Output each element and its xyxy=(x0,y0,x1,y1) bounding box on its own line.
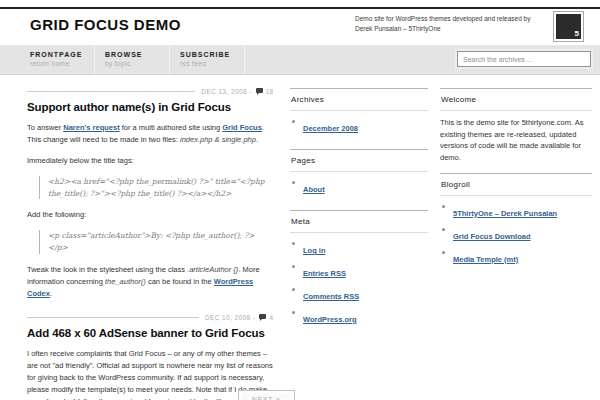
text-run: <h2><a href="<?php the_permalink() ?>" t… xyxy=(48,177,265,198)
sidebar-right: Welcome This is the demo site for 5thirt… xyxy=(440,88,592,280)
nav-item-label: SUBSCRIBE xyxy=(180,51,244,58)
sidebar-link[interactable]: 5ThirtyOne – Derek Punsalan xyxy=(453,209,557,218)
nav-item-sublabel: by topic xyxy=(105,60,169,67)
widget-heading: Blogroll xyxy=(440,173,592,196)
post-date: DEC 13, 2008 - xyxy=(201,88,251,95)
widget-list-item: 5ThirtyOne – Derek Punsalan xyxy=(440,202,592,220)
post-meta: DEC 10, 2008 - 4 xyxy=(27,314,273,321)
logo-square-icon: 5 xyxy=(556,14,581,39)
widget-list-item: About xyxy=(290,178,428,196)
top-border-rule xyxy=(0,7,600,9)
next-page-button[interactable]: NEXT » xyxy=(238,390,295,400)
widget-link-list: December 2008 xyxy=(290,111,428,142)
widget-heading: Meta xyxy=(290,210,428,233)
comment-bubble-icon[interactable] xyxy=(256,88,263,93)
text-run: Tweak the look in the stylesheet using t… xyxy=(27,265,187,274)
text-run: Immediately below the title tags: xyxy=(27,156,134,165)
text-run: . xyxy=(50,289,52,298)
nav-item-label: FRONTPAGE xyxy=(30,51,94,58)
nav-item-sublabel: return home xyxy=(30,60,94,67)
widget-text: This is the demo site for 5thirtyone.com… xyxy=(440,117,592,164)
site-description: Demo site for WordPress themes developed… xyxy=(355,14,547,34)
widget-list-item: Entries RSS xyxy=(290,262,428,280)
sidebar-link[interactable]: WordPress.org xyxy=(303,315,357,324)
widget-body: 5ThirtyOne – Derek PunsalanGrid Focus Do… xyxy=(440,196,592,273)
code-block: <h2><a href="<?php the_permalink() ?>" t… xyxy=(39,176,273,199)
site-logo[interactable]: 5 xyxy=(553,11,584,42)
sidebar-link[interactable]: Log in xyxy=(303,246,326,255)
sidebar-link[interactable]: Grid Focus Download xyxy=(453,232,531,241)
meta-rule xyxy=(27,91,195,92)
comment-count[interactable]: 4 xyxy=(269,314,273,321)
site-title[interactable]: GRID FOCUS DEMO xyxy=(30,16,181,33)
text-run: <p class="articleAuthor">By: <?php the_a… xyxy=(48,231,255,252)
post-body: I often receive complaints that Grid Foc… xyxy=(27,348,273,400)
post-title[interactable]: Support author name(s) in Grid Focus xyxy=(27,101,273,113)
sidebar-link[interactable]: December 2008 xyxy=(303,124,358,133)
inline-link[interactable]: Naren's request xyxy=(63,123,119,132)
search-input[interactable] xyxy=(457,51,591,67)
sidebar-link[interactable]: Media Temple (mt) xyxy=(453,255,518,264)
widget-heading: Welcome xyxy=(440,88,592,111)
widget-list-item: Comments RSS xyxy=(290,285,428,303)
sidebar-link[interactable]: Entries RSS xyxy=(303,269,346,278)
widget-link-list: 5ThirtyOne – Derek PunsalanGrid Focus Do… xyxy=(440,196,592,273)
post-title[interactable]: Add 468 x 60 AdSense banner to Grid Focu… xyxy=(27,327,273,339)
widget-list-item: Log in xyxy=(290,239,428,257)
post-body: To answer Naren's request for a multi au… xyxy=(27,122,273,300)
page: GRID FOCUS DEMO Demo site for WordPress … xyxy=(0,0,600,400)
nav-item-label: BROWSE xyxy=(105,51,169,58)
widget-body: Log inEntries RSSComments RSSWordPress.o… xyxy=(290,233,428,333)
widget-list-item: Media Temple (mt) xyxy=(440,248,592,266)
nav-item-sublabel: rss feed xyxy=(180,60,244,67)
text-run: . xyxy=(256,135,258,144)
paragraph: To answer Naren's request for a multi au… xyxy=(27,122,273,146)
inline-link[interactable]: Grid Focus xyxy=(222,123,262,132)
text-run: To answer xyxy=(27,123,63,132)
post: DEC 10, 2008 - 4 Add 468 x 60 AdSense ba… xyxy=(27,314,273,400)
emphasis-text: index.php & single.php xyxy=(180,135,256,144)
sidebar-widget: Archives December 2008 xyxy=(290,88,428,142)
sidebar-widget: Pages About xyxy=(290,149,428,203)
logo-number: 5 xyxy=(575,29,579,38)
emphasis-text: .articleAuthor {} xyxy=(187,265,238,274)
text-run: I often receive complaints that Grid Foc… xyxy=(27,349,273,400)
widget-body: About xyxy=(290,172,428,203)
widget-body: December 2008 xyxy=(290,111,428,142)
sidebar-link[interactable]: Comments RSS xyxy=(303,292,359,301)
meta-rule xyxy=(27,317,199,318)
nav-item[interactable]: BROWSE by topic xyxy=(95,45,170,74)
nav-item[interactable]: FRONTPAGE return home xyxy=(20,45,95,74)
paragraph: Add the following: xyxy=(27,209,273,221)
main-nav: FRONTPAGE return home BROWSE by topic SU… xyxy=(0,45,600,75)
sidebar-widget: Blogroll 5ThirtyOne – Derek PunsalanGrid… xyxy=(440,173,592,273)
widget-link-list: Log inEntries RSSComments RSSWordPress.o… xyxy=(290,233,428,333)
widget-list-item: December 2008 xyxy=(290,117,428,135)
code-block: <p class="articleAuthor">By: <?php the_a… xyxy=(39,230,273,253)
comment-count[interactable]: 18 xyxy=(266,88,273,95)
widget-heading: Pages xyxy=(290,149,428,172)
posts-column: DEC 13, 2008 - 18 Support author name(s)… xyxy=(27,88,273,400)
text-run: can be found in the xyxy=(146,277,214,286)
post: DEC 13, 2008 - 18 Support author name(s)… xyxy=(27,88,273,300)
widget-body: This is the demo site for 5thirtyone.com… xyxy=(440,117,592,164)
nav-item[interactable]: SUBSCRIBE rss feed xyxy=(170,45,245,74)
sidebar-widget: Meta Log inEntries RSSComments RSSWordPr… xyxy=(290,210,428,333)
post-date: DEC 10, 2008 - xyxy=(205,314,255,321)
text-run: Add the following: xyxy=(27,210,86,219)
comment-bubble-icon[interactable] xyxy=(259,314,266,319)
widget-list-item: Grid Focus Download xyxy=(440,225,592,243)
paragraph: I often receive complaints that Grid Foc… xyxy=(27,348,273,400)
sidebar-middle: Archives December 2008 Pages About Meta … xyxy=(290,88,428,340)
emphasis-text: the_author() xyxy=(105,277,146,286)
post-meta: DEC 13, 2008 - 18 xyxy=(27,88,273,95)
sidebar-link[interactable]: About xyxy=(303,185,325,194)
widget-link-list: About xyxy=(290,172,428,203)
sidebar-widget: Welcome This is the demo site for 5thirt… xyxy=(440,88,592,164)
widget-heading: Archives xyxy=(290,88,428,111)
paragraph: Immediately below the title tags: xyxy=(27,155,273,167)
text-run: for a multi authored site using xyxy=(120,123,223,132)
paragraph: Tweak the look in the stylesheet using t… xyxy=(27,264,273,300)
widget-list-item: WordPress.org xyxy=(290,308,428,326)
